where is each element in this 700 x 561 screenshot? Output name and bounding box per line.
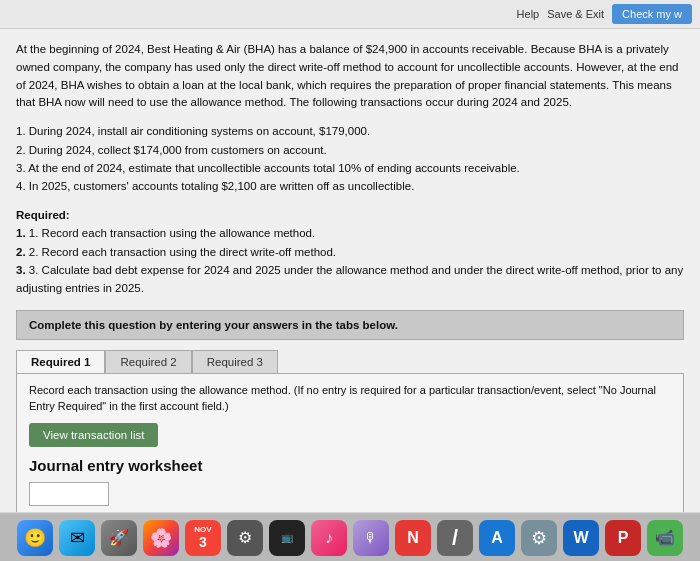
appletv-icon: 📺 <box>281 532 293 543</box>
dock-appletv[interactable]: 📺 <box>269 520 305 556</box>
photos-icon: 🌸 <box>150 527 172 549</box>
complete-question-box: Complete this question by entering your … <box>16 310 684 340</box>
dock-system-prefs[interactable]: ⚙ <box>227 520 263 556</box>
dock-facetime[interactable]: 📹 <box>647 520 683 556</box>
dock-mail[interactable]: ✉ <box>59 520 95 556</box>
required-2: 2. 2. Record each transaction using the … <box>16 243 684 261</box>
system-prefs-icon: ⚙ <box>238 528 252 547</box>
powerpoint-icon: P <box>618 529 629 547</box>
transaction-2: 2. During 2024, collect $174,000 from cu… <box>16 141 684 159</box>
journal-entry-input[interactable] <box>29 482 109 506</box>
music-icon: ♪ <box>325 529 333 547</box>
finder-icon: 🙂 <box>24 527 46 549</box>
required-3: 3. 3. Calculate bad debt expense for 202… <box>16 261 684 298</box>
dock-music[interactable]: ♪ <box>311 520 347 556</box>
journal-entry-title: Journal entry worksheet <box>29 457 671 474</box>
tab-required-3[interactable]: Required 3 <box>192 350 278 373</box>
dock-podcasts[interactable]: 🎙 <box>353 520 389 556</box>
dock-slash[interactable]: / <box>437 520 473 556</box>
tab-description: Record each transaction using the allowa… <box>29 382 671 415</box>
word-icon: W <box>573 529 588 547</box>
dock-textedit[interactable]: A <box>479 520 515 556</box>
tabs-row: Required 1 Required 2 Required 3 <box>16 350 684 373</box>
view-transaction-button[interactable]: View transaction list <box>29 423 158 447</box>
mail-icon: ✉ <box>70 527 85 549</box>
problem-paragraph: At the beginning of 2024, Best Heating &… <box>16 41 684 112</box>
top-bar: Help Save & Exit Check my w <box>0 0 700 29</box>
tab-content-area: Record each transaction using the allowa… <box>16 373 684 512</box>
dock-reminders[interactable]: NOV 3 <box>185 520 221 556</box>
tab-required-1[interactable]: Required 1 <box>16 350 105 373</box>
reminders-icon: NOV <box>194 525 211 534</box>
tab-required-2[interactable]: Required 2 <box>105 350 191 373</box>
mac-dock: 🙂 ✉ 🚀 🌸 NOV 3 ⚙ 📺 ♪ 🎙 N / A ⚙ <box>0 513 700 561</box>
textedit-icon: A <box>491 529 503 547</box>
dock-settings[interactable]: ⚙ <box>521 520 557 556</box>
check-my-button[interactable]: Check my w <box>612 4 692 24</box>
help-link[interactable]: Help <box>517 8 540 20</box>
required-title: Required: <box>16 206 684 224</box>
journal-input-row <box>29 482 671 506</box>
dock-finder[interactable]: 🙂 <box>17 520 53 556</box>
podcasts-icon: 🎙 <box>364 530 378 546</box>
save-exit-link[interactable]: Save & Exit <box>547 8 604 20</box>
settings-icon: ⚙ <box>531 527 547 549</box>
dock-word[interactable]: W <box>563 520 599 556</box>
dock-launchpad[interactable]: 🚀 <box>101 520 137 556</box>
main-content: At the beginning of 2024, Best Heating &… <box>0 29 700 512</box>
dock-photos[interactable]: 🌸 <box>143 520 179 556</box>
transactions-list: 1. During 2024, install air conditioning… <box>16 122 684 196</box>
transaction-3: 3. At the end of 2024, estimate that unc… <box>16 159 684 177</box>
dock-powerpoint[interactable]: P <box>605 520 641 556</box>
facetime-icon: 📹 <box>655 528 675 547</box>
news-icon: N <box>407 529 419 547</box>
reminders-date: 3 <box>199 534 207 550</box>
required-1: 1. 1. Record each transaction using the … <box>16 224 684 242</box>
dock-news[interactable]: N <box>395 520 431 556</box>
transaction-4: 4. In 2025, customers' accounts totaling… <box>16 177 684 195</box>
required-section: Required: 1. 1. Record each transaction … <box>16 206 684 298</box>
launchpad-icon: 🚀 <box>109 528 129 547</box>
transaction-1: 1. During 2024, install air conditioning… <box>16 122 684 140</box>
slash-icon: / <box>452 525 458 551</box>
